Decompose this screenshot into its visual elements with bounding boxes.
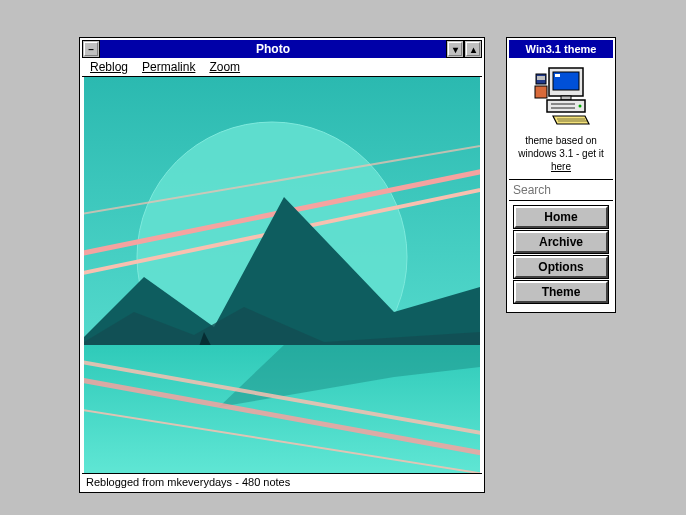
svg-rect-20 — [551, 107, 575, 109]
post-image — [84, 77, 480, 473]
sidebar-title: Win3.1 theme — [509, 43, 613, 55]
menu-permalink[interactable]: Permalink — [142, 60, 195, 74]
maximize-button[interactable]: ▴ — [464, 40, 482, 58]
theme-tagline: theme based on windows 3.1 - get it here — [509, 132, 613, 180]
nav-theme[interactable]: Theme — [514, 281, 608, 303]
svg-rect-16 — [555, 74, 560, 77]
nav-options[interactable]: Options — [514, 256, 608, 278]
minimize-button[interactable]: ▾ — [446, 40, 464, 58]
menu-zoom[interactable]: Zoom — [209, 60, 240, 74]
photo-window-title: Photo — [100, 42, 446, 56]
svg-rect-24 — [537, 76, 545, 80]
search-input[interactable] — [509, 180, 613, 200]
sidebar-titlebar[interactable]: Win3.1 theme — [509, 40, 613, 58]
svg-rect-22 — [535, 86, 547, 98]
nav-home[interactable]: Home — [514, 206, 608, 228]
nav-archive[interactable]: Archive — [514, 231, 608, 253]
photo-statusbar: Reblogged from mkeverydays - 480 notes — [82, 473, 482, 490]
photo-content — [82, 77, 482, 473]
menu-reblog[interactable]: Reblog — [90, 60, 128, 74]
svg-rect-19 — [551, 103, 575, 105]
get-theme-link[interactable]: here — [551, 161, 571, 172]
sysmenu-icon[interactable]: – — [82, 40, 100, 58]
svg-point-21 — [579, 105, 582, 108]
photo-window-titlebar[interactable]: – Photo ▾ ▴ — [82, 40, 482, 58]
computer-icon — [509, 58, 613, 132]
search-wrap — [509, 180, 613, 201]
photo-window-menubar: Reblog Permalink Zoom — [82, 58, 482, 77]
svg-marker-25 — [553, 116, 589, 124]
